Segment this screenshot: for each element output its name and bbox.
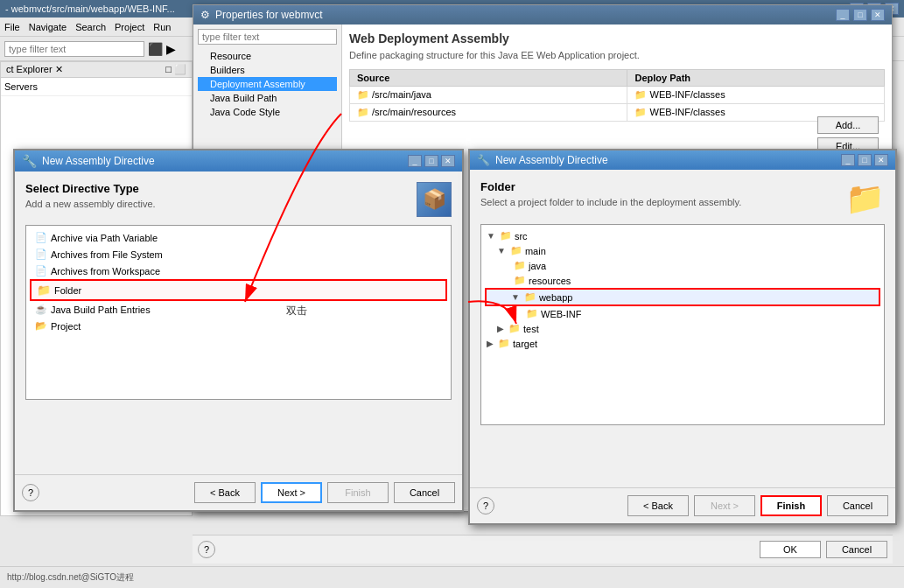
al-maximize[interactable]: □ [424, 155, 438, 167]
tree-label-webinf: WEB-INF [541, 309, 581, 319]
menu-run[interactable]: Run [153, 22, 171, 32]
directive-archive-fs[interactable]: 📄 Archives from File System [30, 246, 447, 262]
back-button-left[interactable]: < Back [194, 482, 256, 503]
panel-title-text: ct Explorer ✕ [6, 64, 63, 75]
directive-archive-ws[interactable]: 📄 Archives from Workspace [30, 262, 447, 279]
tree-item-resource[interactable]: Resource [198, 49, 337, 63]
directive-project[interactable]: 📂 Project [30, 318, 447, 334]
folder-section-desc: Select a project folder to include in th… [480, 197, 741, 207]
menu-navigate[interactable]: Navigate [29, 22, 67, 32]
toolbar-icon-1: ⬛ [148, 42, 163, 56]
web-deploy-title: Web Deployment Assembly [349, 32, 885, 46]
assembly-header: Select Directive Type Add a new assembly… [25, 182, 452, 218]
props-ok-btn[interactable]: OK [760, 541, 821, 558]
props-titlebar-buttons: _ □ ✕ [836, 9, 885, 21]
directive-type-title: Select Directive Type [25, 182, 156, 195]
directive-java-build[interactable]: ☕ Java Build Path Entries [30, 301, 447, 318]
filter-input[interactable] [4, 41, 144, 57]
archive-icon: 📄 [35, 232, 47, 243]
folder-icon-webinf: 📁 [526, 308, 538, 319]
assembly-right-dialog: 🔧 New Assembly Directive _ □ ✕ Folder Se… [468, 149, 897, 525]
footer-buttons-right: < Back Next > Finish Cancel [627, 495, 888, 516]
menu-search[interactable]: Search [75, 22, 106, 32]
finish-button-right[interactable]: Finish [760, 495, 822, 516]
assembly-left-dialog: 🔧 New Assembly Directive _ □ ✕ Select Di… [13, 149, 464, 512]
back-button-right[interactable]: < Back [627, 495, 689, 516]
help-button-left[interactable]: ? [22, 484, 39, 501]
assembly-left-btns: _ □ ✕ [408, 155, 455, 167]
tree-src[interactable]: ▼ 📁 src [485, 228, 880, 243]
table-row[interactable]: 📁 /src/main/java 📁 WEB-INF/classes [350, 87, 885, 104]
tree-test[interactable]: ▶ 📁 test [485, 321, 880, 336]
archive-icon-2: 📄 [35, 248, 47, 260]
assembly-left-body: Select Directive Type Add a new assembly… [15, 172, 462, 410]
table-row[interactable]: 📁 /src/main/resources 📁 WEB-INF/classes [350, 104, 885, 122]
assembly-left-big-icon: 📦 [417, 182, 452, 217]
tree-java[interactable]: 📁 java [485, 258, 880, 273]
java-icon: ☕ [35, 304, 47, 315]
cancel-button-left[interactable]: Cancel [394, 482, 455, 503]
folder-large-icon: 📁 [845, 180, 885, 217]
menu-project[interactable]: Project [115, 22, 144, 32]
tree-webapp[interactable]: ▼ 📁 webapp [485, 288, 880, 306]
folder-section-title: Folder [480, 180, 741, 193]
folder-icon-main: 📁 [510, 245, 522, 256]
next-button-left[interactable]: Next > [261, 482, 322, 503]
tree-target[interactable]: ▶ 📁 target [485, 336, 880, 351]
directive-type-desc: Add a new assembly directive. [25, 199, 156, 209]
directive-label-project: Project [51, 321, 81, 332]
ar-close[interactable]: ✕ [874, 154, 888, 166]
expand-webapp: ▼ [511, 292, 520, 302]
props-footer: ? OK Cancel [193, 535, 893, 564]
tree-item-codestyle[interactable]: Java Code Style [198, 105, 337, 119]
tree-item-deployment[interactable]: Deployment Assembly [198, 77, 337, 91]
folder-icon-java: 📁 [514, 260, 526, 271]
folder-icon: 📁 [37, 284, 51, 297]
archive-icon-3: 📄 [35, 265, 47, 276]
props-filter-input[interactable] [198, 29, 337, 45]
al-minimize[interactable]: _ [408, 155, 422, 167]
ar-maximize[interactable]: □ [858, 154, 872, 166]
assembly-right-titlebar: 🔧 New Assembly Directive _ □ ✕ [470, 150, 895, 170]
props-close[interactable]: ✕ [871, 9, 885, 21]
tree-label-res: resources [529, 276, 571, 286]
props-cancel-btn[interactable]: Cancel [826, 541, 887, 558]
add-button[interactable]: Add... [817, 116, 879, 134]
al-close[interactable]: ✕ [441, 155, 455, 167]
cancel-button-right[interactable]: Cancel [827, 495, 888, 516]
panel-title: ct Explorer ✕ □ ⬜ [1, 62, 192, 78]
props-minimize[interactable]: _ [836, 9, 850, 21]
tree-label-test: test [523, 324, 539, 334]
folder-icon-res: 📁 [514, 275, 526, 286]
directive-list[interactable]: 📄 Archive via Path Variable 📄 Archives f… [25, 225, 452, 400]
props-titlebar: ⚙ Properties for webmvct _ □ ✕ [193, 5, 892, 24]
tree-item-buildpath[interactable]: Java Build Path [198, 91, 337, 105]
directive-label-2: Archives from File System [51, 249, 163, 260]
ar-minimize[interactable]: _ [841, 154, 855, 166]
project-icon: 📂 [35, 320, 47, 332]
expand-target: ▶ [487, 339, 494, 348]
menu-file[interactable]: File [4, 22, 20, 32]
help-button-right[interactable]: ? [477, 497, 494, 514]
directive-archive-path[interactable]: 📄 Archive via Path Variable [30, 229, 447, 246]
tree-webinf[interactable]: 📁 WEB-INF [485, 306, 880, 321]
tree-item-builders[interactable]: Builders [198, 63, 337, 77]
web-deploy-desc: Define packaging structure for this Java… [349, 50, 885, 60]
tree-label-java: java [529, 261, 546, 271]
assembly-right-header: Folder Select a project folder to includ… [480, 180, 885, 217]
directive-label-java: Java Build Path Entries [51, 304, 151, 315]
next-button-right: Next > [694, 495, 755, 516]
directive-folder[interactable]: 📁 Folder [30, 279, 447, 301]
assembly-right-btns: _ □ ✕ [841, 154, 888, 166]
assembly-right-footer: ? < Back Next > Finish Cancel [470, 487, 895, 523]
tree-main[interactable]: ▼ 📁 main [485, 243, 880, 258]
servers-section: Servers [1, 78, 192, 96]
bottom-url: http://blog.csdn.net@SiGTO进程 [7, 571, 134, 584]
tree-resources[interactable]: 📁 resources [485, 273, 880, 288]
folder-tree[interactable]: ▼ 📁 src ▼ 📁 main 📁 java 📁 resources [480, 224, 885, 425]
props-maximize[interactable]: □ [853, 9, 867, 21]
tree-label-src: src [515, 231, 528, 242]
props-help-btn[interactable]: ? [198, 541, 215, 558]
directive-label: Archive via Path Variable [51, 233, 158, 243]
tree-label-main: main [525, 246, 546, 256]
